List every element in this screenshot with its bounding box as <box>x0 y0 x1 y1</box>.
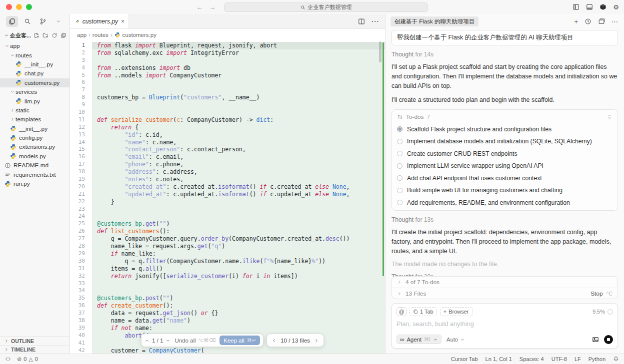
code-line-29[interactable]: 29 if name_like: <box>70 250 385 258</box>
code-line-8[interactable]: 8customers_bp = Blueprint("customers", _… <box>70 94 385 101</box>
cursor-logo-icon[interactable] <box>600 3 606 10</box>
todos-progress-bar[interactable]: 4 of 7 To-dos <box>392 277 618 288</box>
tree-item-customers-py[interactable]: customers.py <box>0 78 70 87</box>
bell-icon[interactable] <box>613 356 619 362</box>
code-line-24[interactable]: 24 <box>70 213 385 220</box>
code-line-5[interactable]: 5from ..models import CompanyCustomer <box>70 72 385 79</box>
tree-item-run-py[interactable]: run.py <box>0 179 70 188</box>
breadcrumb-file[interactable]: customers.py <box>122 32 156 38</box>
tree-item-services[interactable]: services <box>0 87 70 96</box>
browser-context-pill[interactable]: + Browser <box>440 307 472 316</box>
image-icon[interactable] <box>592 336 599 343</box>
minimize-window-button[interactable] <box>16 4 22 10</box>
source-control-icon[interactable] <box>37 16 49 27</box>
stop-button[interactable]: Stop <box>590 290 602 297</box>
cursor-position-status[interactable]: Ln 1, Col 1 <box>486 356 512 362</box>
collapse-all-icon[interactable] <box>60 32 66 38</box>
history-icon[interactable] <box>584 18 592 25</box>
code-line-9[interactable]: 9 <box>70 101 385 109</box>
tree-item--init-py[interactable]: __init__.py <box>0 60 70 69</box>
tree-item-requirements-txt[interactable]: requirements.txt <box>0 170 70 179</box>
code-line-27[interactable]: 27 q = CompanyCustomer.query.order_by(Co… <box>70 235 385 243</box>
context-usage[interactable]: 9.5% <box>592 309 613 315</box>
chat-input-placeholder[interactable]: Plan, search, build anything <box>396 321 613 328</box>
split-editor-icon[interactable] <box>358 18 365 25</box>
code-line-12[interactable]: 12 return { <box>70 124 385 131</box>
code-line-21[interactable]: 21 "updated_at": c.updated_at.isoformat(… <box>70 191 385 198</box>
timeline-section[interactable]: TIMELINE <box>0 345 70 354</box>
maximize-window-button[interactable] <box>26 4 32 10</box>
stop-generation-button[interactable] <box>604 335 613 344</box>
code-line-23[interactable]: 23 <box>70 206 385 213</box>
new-file-icon[interactable] <box>34 32 40 38</box>
files-progress-bar[interactable]: 13 Files Stop ^C <box>392 288 618 299</box>
code-line-26[interactable]: 26def list_customers(): <box>70 228 385 235</box>
breadcrumb-app[interactable]: app <box>77 32 86 38</box>
code-line-14[interactable]: 14 "name": c.name, <box>70 139 385 146</box>
chat-tabs-icon[interactable] <box>598 18 605 25</box>
chat-tab[interactable]: 创建基于 Flask 的聊天助理项目 <box>390 16 478 26</box>
encoding-status[interactable]: UTF-8 <box>552 356 567 362</box>
mention-button[interactable]: @ <box>396 307 406 316</box>
tree-item-readme-md[interactable]: README.md <box>0 161 70 170</box>
code-line-42[interactable]: 42 customer = CompanyCustomer( <box>70 347 385 354</box>
code-line-4[interactable]: 4from ..extensions import db <box>70 64 385 72</box>
code-line-7[interactable]: 7 <box>70 86 385 94</box>
code-editor[interactable]: 1from flask import Blueprint, request, j… <box>70 41 385 354</box>
tab-customers-py[interactable]: customers.py × <box>70 14 129 28</box>
next-file-icon[interactable] <box>314 338 319 343</box>
code-line-22[interactable]: 22 } <box>70 198 385 206</box>
new-chat-icon[interactable]: + <box>574 18 578 25</box>
code-line-19[interactable]: 19 "notes": c.notes, <box>70 176 385 183</box>
thought-row[interactable]: Thought for 13s <box>392 216 618 223</box>
keep-all-button[interactable]: Keep all ⌘↵ <box>220 336 260 345</box>
code-line-36[interactable]: 36def create_customer(): <box>70 302 385 310</box>
code-line-38[interactable]: 38 name = data.get("name") <box>70 317 385 325</box>
nav-forward-button[interactable]: → <box>209 3 216 11</box>
eol-status[interactable]: LF <box>574 356 581 362</box>
code-line-18[interactable]: 18 "address": c.address, <box>70 168 385 176</box>
tree-item-static[interactable]: static <box>0 106 70 115</box>
code-line-15[interactable]: 15 "contact_person": c.contact_person, <box>70 146 385 153</box>
todos-header[interactable]: To-dos 7 <box>397 113 612 120</box>
command-center-search[interactable]: 企业客户数据管理 <box>224 2 428 12</box>
code-line-1[interactable]: 1from flask import Blueprint, request, j… <box>70 42 385 49</box>
code-line-34[interactable]: 34 <box>70 287 385 295</box>
explorer-section-header[interactable]: 企业客... <box>0 31 70 40</box>
explorer-icon[interactable] <box>6 16 18 27</box>
code-line-37[interactable]: 37 data = request.get_json() or {} <box>70 310 385 317</box>
code-line-28[interactable]: 28 name_like = request.args.get("q") <box>70 243 385 250</box>
indentation-status[interactable]: Spaces: 4 <box>520 356 544 362</box>
editor-more-actions-icon[interactable]: ⋯ <box>371 16 379 26</box>
tree-item-templates[interactable]: templates <box>0 115 70 124</box>
code-line-17[interactable]: 17 "phone": c.phone, <box>70 161 385 168</box>
thought-row[interactable]: Thought for 14s <box>392 51 618 58</box>
code-line-10[interactable]: 10 <box>70 109 385 116</box>
code-line-32[interactable]: 32 return jsonify([serialize_customer(i)… <box>70 273 385 280</box>
close-window-button[interactable] <box>6 4 12 10</box>
prev-file-icon[interactable] <box>272 338 276 343</box>
cursor-tab-status[interactable]: Cursor Tab <box>451 356 478 362</box>
gear-icon[interactable]: ⚙ <box>613 4 619 10</box>
code-line-3[interactable]: 3 <box>70 57 385 64</box>
problems-indicator[interactable]: ⊘ 0 △ 0 <box>17 356 38 363</box>
chat-input-box[interactable]: @ 1 Tab + Browser 9.5% Plan, search, bui… <box>392 303 618 349</box>
tree-item-config-py[interactable]: config.py <box>0 133 70 142</box>
code-line-6[interactable]: 6 <box>70 79 385 86</box>
language-status[interactable]: Python <box>588 356 606 362</box>
prev-diff-icon[interactable] <box>144 338 150 343</box>
code-line-11[interactable]: 11def serialize_customer(c: CompanyCusto… <box>70 116 385 124</box>
chat-more-icon[interactable]: ⋯ <box>612 18 618 25</box>
next-diff-icon[interactable] <box>166 338 170 343</box>
tab-context-pill[interactable]: 1 Tab <box>410 307 437 316</box>
tree-item--init-py[interactable]: __init__.py <box>0 124 70 133</box>
more-views-chevron-icon[interactable] <box>52 16 64 27</box>
undo-all-button[interactable]: Undo all ⌥⌘⌫ <box>174 338 216 344</box>
scrollbar-thumb[interactable] <box>379 41 382 62</box>
model-selector[interactable]: Auto <box>446 337 465 343</box>
tree-item-app[interactable]: app <box>0 41 70 50</box>
outline-section[interactable]: OUTLINE <box>0 337 70 345</box>
refresh-icon[interactable] <box>52 32 58 38</box>
new-folder-icon[interactable] <box>42 32 48 38</box>
search-view-icon[interactable] <box>22 16 34 27</box>
